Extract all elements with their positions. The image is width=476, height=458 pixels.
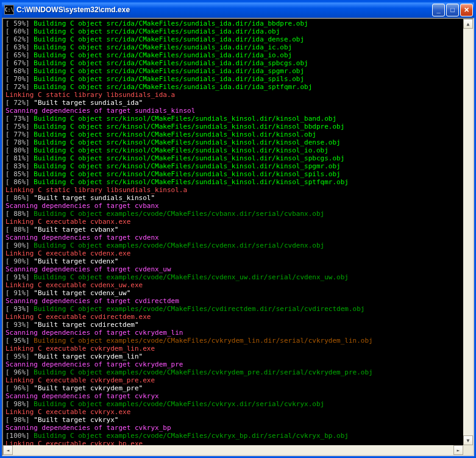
terminal-span: Building C object examples/cvode/CMakeFi… [34, 337, 372, 345]
terminal-line: [ 62%] Building C object src/ida/CMakeFi… [5, 35, 461, 43]
app-icon: C:\ [4, 5, 14, 15]
terminal-line: Linking C executable cvkryx_bp.exe [5, 440, 461, 445]
terminal-line: Linking C executable cvdenx.exe [5, 249, 461, 257]
terminal-line: [ 85%] Building C object src/kinsol/CMak… [5, 170, 461, 178]
titlebar[interactable]: C:\ C:\WINDOWS\system32\cmd.exe _ □ ✕ [2, 2, 474, 18]
minimize-button[interactable]: _ [432, 4, 445, 16]
terminal-span: Building C object src/kinsol/CMakeFiles/… [34, 162, 340, 170]
terminal-span: [ 95%] [5, 352, 34, 360]
terminal-span: Building C object examples/cvode/CMakeFi… [34, 368, 372, 376]
terminal-line: [ 96%] Building C object examples/cvode/… [5, 368, 461, 376]
terminal-span: Building C object src/ida/CMakeFiles/sun… [34, 83, 312, 91]
terminal-span: Linking C executable cvbanx.exe [5, 218, 130, 226]
terminal-line: [ 98%] "Built target cvkryx" [5, 416, 461, 424]
terminal-line: [ 80%] Building C object src/kinsol/CMak… [5, 146, 461, 154]
terminal-line: Scanning dependencies of target cvkryx [5, 392, 461, 400]
terminal-line: [ 91%] "Built target cvdenx_uw" [5, 289, 461, 297]
cmd-window: C:\ C:\WINDOWS\system32\cmd.exe _ □ ✕ [ … [0, 0, 476, 458]
terminal-span: [ 88%] [5, 210, 34, 218]
terminal-span: Scanning dependencies of target cvbanx [5, 202, 159, 210]
terminal-span: [ 67%] [5, 59, 34, 67]
terminal-span: Linking C static library libsundials_ida… [5, 91, 175, 99]
maximize-button[interactable]: □ [446, 4, 459, 16]
terminal-span: [ 72%] [5, 83, 34, 91]
terminal-line: [ 72%] "Built target sundials_ida" [5, 99, 461, 107]
terminal-span: [ 95%] [5, 337, 34, 345]
terminal-span: [100%] [5, 432, 34, 440]
terminal-line: [ 91%] Building C object examples/cvode/… [5, 273, 461, 281]
terminal-line: [ 86%] "Built target sundials_kinsol" [5, 194, 461, 202]
terminal-line: [ 81%] Building C object src/kinsol/CMak… [5, 154, 461, 162]
terminal-line: [ 67%] Building C object src/ida/CMakeFi… [5, 59, 461, 67]
terminal-line: [ 93%] "Built target cvdirectdem" [5, 321, 461, 329]
terminal-line: Linking C executable cvkrydem_pre.exe [5, 376, 461, 384]
horizontal-scrollbar[interactable]: ◄ ► [3, 445, 473, 455]
terminal-line: Scanning dependencies of target sundials… [5, 107, 461, 115]
terminal-span: "Built target sundials_kinsol" [34, 194, 155, 202]
scrollbar-corner [463, 445, 473, 455]
terminal-line: Linking C static library libsundials_ida… [5, 91, 461, 99]
vertical-scrollbar[interactable]: ▲ ▼ [463, 19, 473, 445]
terminal-line: Scanning dependencies of target cvdirect… [5, 297, 461, 305]
terminal-span: Building C object src/kinsol/CMakeFiles/… [34, 131, 316, 138]
terminal-span: Linking C executable cvkryx_bp.exe [5, 440, 143, 445]
terminal-span: Linking C executable cvkrydem_pre.exe [5, 376, 155, 384]
terminal-line: [ 68%] Building C object src/ida/CMakeFi… [5, 67, 461, 75]
terminal-span: [ 86%] [5, 194, 34, 202]
terminal-span: Building C object examples/cvode/CMakeFi… [34, 305, 364, 313]
terminal-line: [ 77%] Building C object src/kinsol/CMak… [5, 131, 461, 138]
terminal-span: Building C object src/ida/CMakeFiles/sun… [34, 43, 292, 51]
scroll-up-button[interactable]: ▲ [463, 19, 473, 29]
terminal-span: Building C object src/ida/CMakeFiles/sun… [34, 27, 280, 35]
terminal-span: Scanning dependencies of target cvdenx_u… [5, 265, 171, 273]
terminal-span: [ 90%] [5, 257, 34, 265]
terminal-line: [ 75%] Building C object src/kinsol/CMak… [5, 123, 461, 131]
terminal-span: [ 86%] [5, 178, 34, 186]
terminal-line: [ 93%] Building C object examples/cvode/… [5, 305, 461, 313]
terminal-span: Linking C static library libsundials_kin… [5, 186, 187, 194]
terminal-span: [ 81%] [5, 154, 34, 162]
terminal-span: [ 88%] [5, 226, 34, 234]
terminal-span: Building C object src/kinsol/CMakeFiles/… [34, 115, 336, 123]
terminal-line: [ 83%] Building C object src/kinsol/CMak… [5, 162, 461, 170]
terminal-span: Scanning dependencies of target cvdenx [5, 234, 159, 242]
terminal-span: [ 72%] [5, 99, 34, 107]
window-title: C:\WINDOWS\system32\cmd.exe [16, 5, 432, 14]
terminal-line: [ 88%] "Built target cvbanx" [5, 226, 461, 234]
scroll-track-v[interactable] [463, 29, 473, 435]
terminal-span: [ 93%] [5, 321, 34, 329]
terminal-line: Scanning dependencies of target cvbanx [5, 202, 461, 210]
terminal-line: [100%] Building C object examples/cvode/… [5, 432, 461, 440]
scroll-left-button[interactable]: ◄ [3, 445, 13, 455]
terminal-output[interactable]: [ 59%] Building C object src/ida/CMakeFi… [3, 19, 463, 445]
terminal-span: Linking C executable cvkrydem_lin.exe [5, 345, 155, 352]
scroll-down-button[interactable]: ▼ [463, 435, 473, 445]
terminal-span: Building C object src/ida/CMakeFiles/sun… [34, 75, 304, 83]
terminal-span: [ 59%] [5, 20, 34, 27]
terminal-line: [ 88%] Building C object examples/cvode/… [5, 210, 461, 218]
terminal-span: [ 98%] [5, 416, 34, 424]
close-button[interactable]: ✕ [460, 4, 473, 16]
terminal-line: [ 60%] Building C object src/ida/CMakeFi… [5, 27, 461, 35]
scroll-track-h[interactable] [13, 445, 453, 455]
terminal-line: Linking C executable cvdirectdem.exe [5, 313, 461, 321]
terminal-span: "Built target cvkrydem_pre" [34, 384, 143, 392]
terminal-span: "Built target cvbanx" [34, 226, 118, 234]
terminal-span: [ 73%] [5, 115, 34, 123]
scroll-right-button[interactable]: ► [453, 445, 463, 455]
terminal-span: [ 96%] [5, 368, 34, 376]
terminal-line: [ 96%] "Built target cvkrydem_pre" [5, 384, 461, 392]
terminal-span: "Built target cvdenx" [34, 257, 118, 265]
terminal-span: Building C object src/kinsol/CMakeFiles/… [34, 178, 349, 186]
terminal-span: [ 91%] [5, 273, 34, 281]
terminal-line: [ 90%] "Built target cvdenx" [5, 257, 461, 265]
terminal-line: [ 73%] Building C object src/kinsol/CMak… [5, 115, 461, 123]
terminal-line: [ 63%] Building C object src/ida/CMakeFi… [5, 43, 461, 51]
terminal-span: "Built target cvdirectdem" [34, 321, 138, 329]
terminal-span: Scanning dependencies of target cvkrydem… [5, 329, 183, 337]
terminal-line: [ 98%] Building C object examples/cvode/… [5, 400, 461, 408]
terminal-span: Building C object src/ida/CMakeFiles/sun… [34, 35, 304, 43]
terminal-span: Building C object src/kinsol/CMakeFiles/… [34, 146, 328, 154]
terminal-span: "Built target cvkrydem_lin" [34, 352, 143, 360]
terminal-span: Linking C executable cvkryx.exe [5, 408, 130, 416]
